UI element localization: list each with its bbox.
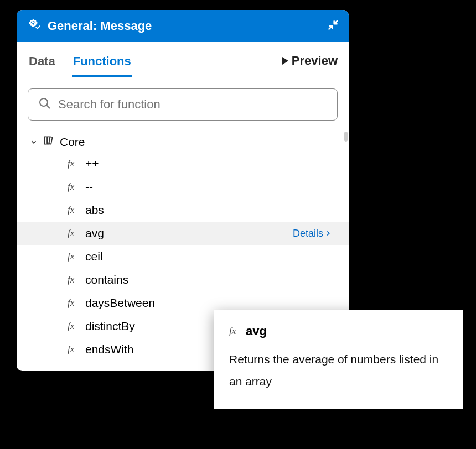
fx-icon: fx xyxy=(68,251,79,262)
tab-data[interactable]: Data xyxy=(28,51,56,77)
search-icon xyxy=(38,97,51,112)
function-tooltip: fx avg Returns the average of numbers li… xyxy=(214,310,463,409)
function-name: abs xyxy=(85,203,335,217)
settings-badge-icon xyxy=(27,18,41,34)
function-item-avg[interactable]: fx avg Details xyxy=(17,222,349,245)
function-name: -- xyxy=(85,180,335,194)
function-name: daysBetween xyxy=(85,296,335,310)
fx-icon: fx xyxy=(68,181,79,192)
play-icon xyxy=(282,57,288,65)
function-item[interactable]: fx ++ xyxy=(17,152,349,175)
function-item[interactable]: fx ceil xyxy=(17,245,349,268)
function-name: contains xyxy=(85,273,335,286)
fx-icon: fx xyxy=(229,326,240,337)
function-name: ceil xyxy=(85,250,335,263)
tooltip-description: Returns the average of numbers listed in… xyxy=(229,348,447,393)
svg-line-2 xyxy=(46,105,50,108)
function-item[interactable]: fx contains xyxy=(17,268,349,291)
fx-icon: fx xyxy=(68,205,79,216)
tab-functions[interactable]: Functions xyxy=(72,51,132,77)
fx-icon: fx xyxy=(68,297,79,309)
group-core[interactable]: Core xyxy=(17,132,349,152)
panel-title: General: Message xyxy=(48,19,321,33)
fx-icon: fx xyxy=(68,274,79,285)
preview-button[interactable]: Preview xyxy=(282,54,338,75)
fx-icon: fx xyxy=(68,321,79,332)
library-icon xyxy=(43,135,54,149)
fx-icon: fx xyxy=(68,344,79,355)
function-item[interactable]: fx abs xyxy=(17,199,349,222)
function-item[interactable]: fx -- xyxy=(17,175,349,199)
search-field[interactable] xyxy=(28,88,338,121)
tooltip-function-name: avg xyxy=(246,324,267,338)
function-name: ++ xyxy=(85,157,335,170)
chevron-down-icon xyxy=(30,135,38,149)
details-link[interactable]: Details xyxy=(293,228,335,239)
collapse-icon[interactable] xyxy=(328,19,339,33)
fx-icon: fx xyxy=(68,228,79,239)
svg-rect-3 xyxy=(45,137,46,144)
function-name: avg xyxy=(85,227,286,240)
scrollbar-thumb[interactable] xyxy=(344,132,348,142)
preview-label: Preview xyxy=(292,54,338,68)
search-input[interactable] xyxy=(58,97,327,112)
group-label: Core xyxy=(60,135,85,149)
svg-point-1 xyxy=(40,98,48,106)
fx-icon: fx xyxy=(68,158,79,169)
panel-header: General: Message xyxy=(17,10,349,42)
tab-bar: Data Functions Preview xyxy=(17,42,349,77)
